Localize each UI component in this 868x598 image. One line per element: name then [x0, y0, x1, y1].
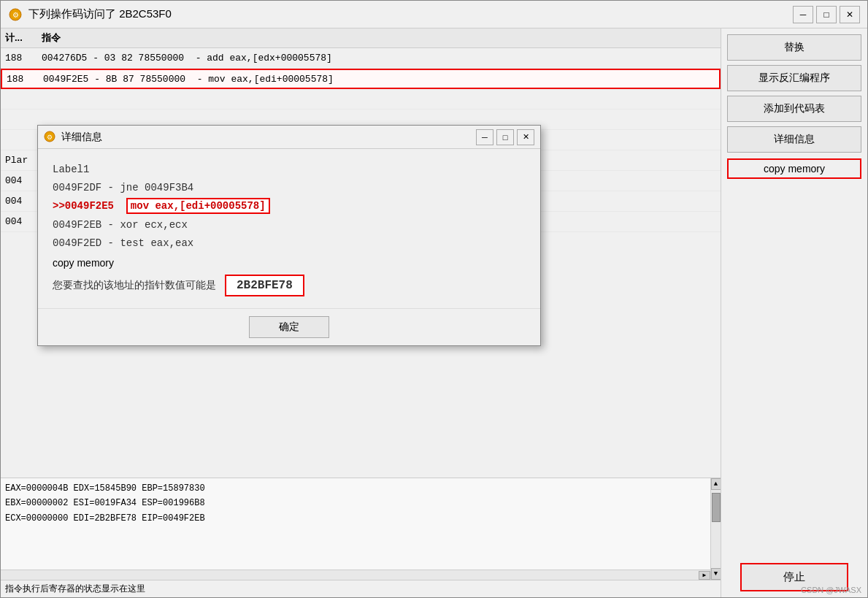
right-panel: 替换 显示反汇编程序 添加到代码表 详细信息 copy memory 停止	[721, 28, 867, 597]
pointer-value: 2B2BFE78	[225, 275, 304, 296]
table-header: 计... 指令	[1, 28, 721, 48]
main-title-bar: ⚙ 下列操作码访问了 2B2C53F0 ─ □ ✕	[1, 1, 867, 28]
pointer-section: 您要查找的该地址的指针数值可能是 2B2BFE78	[53, 275, 526, 296]
col-header-count: 计...	[5, 31, 42, 45]
dialog-icon: ⚙	[44, 131, 57, 144]
title-bar-controls: ─ □ ✕	[793, 6, 860, 23]
extra-count4: 004	[5, 216, 42, 227]
status-text: 指令执行后寄存器的状态显示在这里	[5, 583, 145, 594]
main-window: ⚙ 下列操作码访问了 2B2C53F0 ─ □ ✕ 计... 指令 188 00…	[0, 0, 868, 598]
ok-button[interactable]: 确定	[249, 316, 329, 338]
dialog-content: Label1 0049F2DF - jne 0049F3B4 >>0049F2E…	[38, 149, 540, 308]
scroll-up-arrow[interactable]: ▲	[711, 478, 721, 490]
row-instruction-hl: 0049F2E5 - 8B 87 78550000 - mov eax,[edi…	[43, 74, 715, 85]
add-to-code-table-button[interactable]: 添加到代码表	[727, 96, 861, 122]
current-instruction: mov eax,[edi+00005578]	[126, 198, 270, 214]
replace-button[interactable]: 替换	[727, 34, 861, 61]
row-count-hl: 188	[7, 74, 43, 85]
extra-count3: 004	[5, 196, 42, 207]
status-bar: 指令执行后寄存器的状态显示在这里	[1, 580, 721, 597]
dialog-minimize-button[interactable]: ─	[476, 129, 493, 145]
dialog-footer: 确定	[38, 308, 540, 345]
scroll-down-arrow[interactable]: ▼	[711, 568, 721, 580]
row-instruction: 004276D5 - 03 82 78550000 - add eax,[edx…	[42, 53, 716, 64]
scroll-thumb[interactable]	[712, 493, 721, 522]
dialog-maximize-button[interactable]: □	[496, 129, 514, 145]
disassemble-button[interactable]: 显示反汇编程序	[727, 65, 861, 91]
minimize-button[interactable]: ─	[793, 6, 813, 23]
watermark: CSDN @JWASX	[801, 586, 861, 594]
pointer-text: 您要查找的该地址的指针数值可能是	[53, 279, 216, 292]
copy-memory-label[interactable]: copy memory	[727, 158, 861, 179]
row-count: 188	[5, 53, 42, 64]
code-line-xor: 0049F2EB - xor ecx,ecx	[53, 216, 526, 234]
main-window-title: 下列操作码访问了 2B2C53F0	[28, 7, 793, 21]
code-line-jne: 0049F2DF - jne 0049F3B4	[53, 179, 526, 197]
dialog-copy-memory[interactable]: copy memory	[53, 257, 526, 269]
detail-dialog: ⚙ 详细信息 ─ □ ✕ Label1 0049F2DF - jne 0049F…	[37, 125, 541, 346]
code-line-current: >>0049F2E5 mov eax,[edi+00005578]	[53, 197, 526, 215]
svg-text:⚙: ⚙	[47, 134, 53, 141]
code-line-test: 0049F2ED - test eax,eax	[53, 234, 526, 253]
current-address: >>0049F2E5	[53, 200, 126, 212]
register-area: EAX=0000004B EDX=15845B90 EBP=15897830 E…	[1, 478, 721, 580]
code-line-label: Label1	[53, 161, 526, 179]
svg-text:⚙: ⚙	[12, 11, 19, 19]
register-row-2: EBX=00000002 ESI=0019FA34 ESP=001996B8	[5, 496, 716, 510]
table-row-empty1	[1, 89, 721, 110]
scroll-right-arrow[interactable]: ▶	[699, 571, 710, 580]
extra-count: Plar	[5, 155, 42, 166]
app-icon: ⚙	[8, 7, 23, 22]
maximize-button[interactable]: □	[816, 6, 837, 23]
col-header-instruction: 指令	[42, 31, 716, 45]
dialog-controls: ─ □ ✕	[476, 129, 534, 145]
close-button[interactable]: ✕	[840, 6, 860, 23]
register-row-3: ECX=00000000 EDI=2B2BFE78 EIP=0049F2EB	[5, 511, 716, 526]
extra-count2: 004	[5, 175, 42, 186]
dialog-title-bar: ⚙ 详细信息 ─ □ ✕	[38, 126, 540, 149]
detail-button[interactable]: 详细信息	[727, 126, 861, 153]
dialog-title: 详细信息	[61, 131, 476, 144]
dialog-close-button[interactable]: ✕	[517, 129, 534, 145]
register-row-1: EAX=0000004B EDX=15845B90 EBP=15897830	[5, 481, 716, 496]
table-row-highlighted[interactable]: 188 0049F2E5 - 8B 87 78550000 - mov eax,…	[1, 69, 721, 89]
table-row[interactable]: 188 004276D5 - 03 82 78550000 - add eax,…	[1, 48, 721, 69]
